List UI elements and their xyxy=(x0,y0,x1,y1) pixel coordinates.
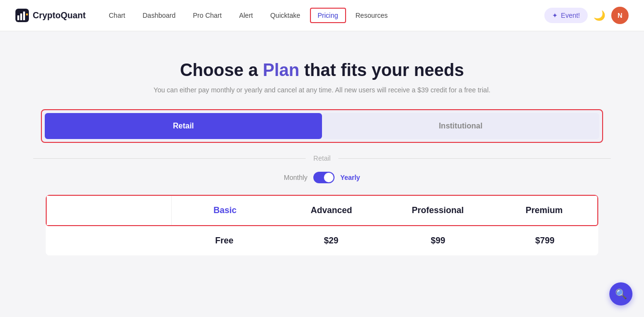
search-fab-icon: 🔍 xyxy=(615,288,627,300)
toggle-knob xyxy=(324,173,334,182)
heading-end: that fits your needs xyxy=(299,60,464,80)
plan-tab-retail[interactable]: Retail xyxy=(45,113,322,139)
billing-switch[interactable] xyxy=(313,172,335,183)
event-label: Event! xyxy=(561,12,580,19)
price-premium: $799 xyxy=(491,226,598,255)
main-content: Choose a Plan that fits your needs You c… xyxy=(0,31,644,275)
nav-alert[interactable]: Alert xyxy=(232,8,261,23)
divider-line-right xyxy=(338,158,611,159)
heading-highlight: Plan xyxy=(263,60,299,80)
page-heading: Choose a Plan that fits your needs xyxy=(180,60,464,80)
plan-tab-institutional[interactable]: Institutional xyxy=(322,113,599,139)
svg-rect-3 xyxy=(23,12,25,20)
monthly-label: Monthly xyxy=(284,174,308,181)
avatar[interactable]: N xyxy=(611,7,629,24)
pricing-header-basic[interactable]: Basic xyxy=(172,196,278,225)
price-advanced: $29 xyxy=(278,226,385,255)
svg-rect-2 xyxy=(20,13,22,20)
billing-toggle: Monthly Yearly xyxy=(284,172,360,183)
nav-resources[interactable]: Resources xyxy=(348,8,396,23)
divider-label: Retail xyxy=(306,154,338,162)
navbar: CryptoQuant Chart Dashboard Pro Chart Al… xyxy=(0,0,644,31)
nav-chart[interactable]: Chart xyxy=(101,8,133,23)
pricing-table: Basic Advanced Professional Premium Free… xyxy=(46,195,598,255)
price-professional: $99 xyxy=(385,226,491,255)
yearly-label: Yearly xyxy=(340,174,360,181)
pricing-prices-row: Free $29 $99 $799 xyxy=(46,226,598,255)
navbar-left: CryptoQuant Chart Dashboard Pro Chart Al… xyxy=(15,8,395,23)
logo-icon xyxy=(15,9,29,22)
pricing-header-premium[interactable]: Premium xyxy=(491,196,597,225)
heading-start: Choose a xyxy=(180,60,263,80)
section-divider: Retail xyxy=(33,154,611,162)
logo-text: CryptoQuant xyxy=(33,11,86,21)
event-button[interactable]: ✦ Event! xyxy=(544,8,588,23)
svg-rect-1 xyxy=(17,15,19,20)
plan-toggle: Retail Institutional xyxy=(41,109,603,143)
pricing-header-advanced[interactable]: Advanced xyxy=(278,196,385,225)
pricing-header-empty xyxy=(47,196,172,225)
svg-rect-4 xyxy=(26,13,28,15)
price-basic: Free xyxy=(171,226,278,255)
search-fab[interactable]: 🔍 xyxy=(609,282,632,305)
logo[interactable]: CryptoQuant xyxy=(15,9,86,22)
page-subtitle: You can either pay monthly or yearly and… xyxy=(154,86,490,94)
nav-pro-chart[interactable]: Pro Chart xyxy=(185,8,230,23)
price-empty xyxy=(46,226,171,255)
pricing-header-professional[interactable]: Professional xyxy=(385,196,491,225)
theme-toggle-button[interactable]: 🌙 xyxy=(593,10,605,21)
nav-quicktake[interactable]: Quicktake xyxy=(262,8,308,23)
divider-line-left xyxy=(33,158,306,159)
nav-pricing[interactable]: Pricing xyxy=(310,8,346,23)
nav-links: Chart Dashboard Pro Chart Alert Quicktak… xyxy=(101,8,395,23)
sparkle-icon: ✦ xyxy=(552,12,558,19)
nav-dashboard[interactable]: Dashboard xyxy=(135,8,183,23)
pricing-header-row: Basic Advanced Professional Premium xyxy=(46,195,598,226)
avatar-letter: N xyxy=(618,12,622,19)
navbar-right: ✦ Event! 🌙 N xyxy=(544,7,629,24)
